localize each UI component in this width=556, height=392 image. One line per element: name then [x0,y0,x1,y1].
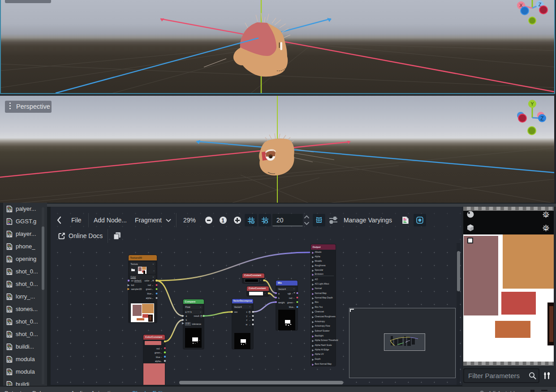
svg-text:VS: VS [7,334,12,337]
svg-text:1: 1 [545,213,547,217]
svg-text:VS: VS [7,322,12,325]
svg-text:VS: VS [7,372,12,375]
svg-text:VS: VS [7,309,12,312]
svg-text:VS: VS [7,384,12,386]
svg-text:VS: VS [7,259,12,262]
svg-text:VS: VS [7,297,12,300]
svg-text:VS: VS [7,234,12,237]
svg-text:VS: VS [7,284,12,287]
svg-text:Z: Z [540,115,543,122]
svg-text:VS: VS [7,209,12,212]
svg-text:VS: VS [7,272,12,275]
svg-text:VS: VS [7,347,12,350]
svg-text:VS: VS [7,247,12,250]
svg-text:Y: Y [530,101,534,107]
svg-text:VS: VS [7,359,12,362]
svg-text:2: 2 [545,226,547,230]
